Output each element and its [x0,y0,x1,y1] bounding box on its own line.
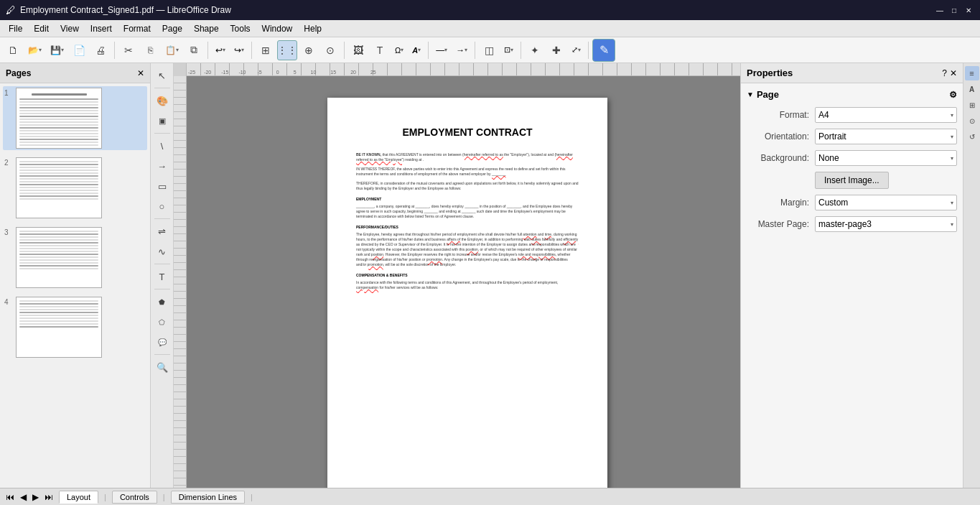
thumb-title-1 [32,93,87,96]
menu-shape[interactable]: Shape [188,22,225,35]
left-tools: ↖ 🎨 ▣ \ → ▭ ○ ⇌ ∿ T ⬟ ⬠ 💬 🔍 [151,63,174,488]
menu-tools[interactable]: Tools [225,22,256,35]
cut-button[interactable]: ✂ [118,40,139,60]
shapes-tool[interactable]: ⬟ [153,292,172,311]
undo-dropdown[interactable]: ↩▾ [212,40,229,60]
tab-controls[interactable]: Controls [112,491,157,504]
pages-list: 1 [0,83,150,488]
prop-format-select[interactable]: A4 ▾ [815,107,957,123]
page-thumb-4 [16,297,102,358]
menu-page[interactable]: Page [157,22,188,35]
doc-title: EMPLOYMENT CONTRACT [356,126,579,138]
connector-tool[interactable]: ⇌ [153,222,172,241]
open-dropdown[interactable]: 📂▾ [24,40,45,60]
properties-panel-button[interactable]: ≡ [965,66,979,80]
tab-dimension-lines[interactable]: Dimension Lines [171,491,245,504]
page-thumb-1 [16,88,102,149]
prop-master-page-row: Master Page: master-page3 ▾ [747,216,957,232]
line-dropdown[interactable]: —▾ [432,40,451,60]
canvas-wrapper[interactable]: -25 -20 -15 -10 -5 0 5 10 15 20 25 EMP [174,63,740,488]
page-item-4[interactable]: 4 [3,295,147,359]
paint-tool[interactable]: 🎨 [153,91,172,110]
points-button[interactable]: ✦ [525,40,545,60]
crop-dropdown[interactable]: ⊡▾ [500,40,517,60]
main-area: Pages ✕ 1 [0,63,980,488]
clone-button[interactable]: ⧉ [184,40,204,60]
pages-close-button[interactable]: ✕ [137,68,144,78]
fill-tool[interactable]: ▣ [153,111,172,130]
prop-master-page-select[interactable]: master-page3 ▾ [815,216,957,232]
export-pdf-button[interactable]: 📄 [69,40,89,60]
next-page-button[interactable]: ▶ [32,492,39,502]
active-tool-button[interactable]: ✎ [592,39,615,62]
select-tool[interactable]: ↖ [153,66,172,85]
last-page-button[interactable]: ⏭ [45,492,53,502]
title-bar-controls[interactable]: — □ ✕ [934,4,974,16]
minimize-button[interactable]: — [934,4,946,16]
properties-help-button[interactable]: ? [942,68,947,78]
menu-window[interactable]: Window [256,22,299,35]
rect-tool[interactable]: ▭ [153,177,172,195]
tab-layout[interactable]: Layout [59,491,98,504]
prop-orientation-select[interactable]: Portrait ▾ [815,129,957,144]
flowchart-tool[interactable]: ⬠ [153,312,172,331]
print-button[interactable]: 🖨 [90,40,111,60]
tool-sep-2 [154,133,170,134]
menu-help[interactable]: Help [298,22,327,35]
menu-format[interactable]: Format [118,22,157,35]
prop-background-label: Background: [747,153,815,163]
prev-page-button[interactable]: ◀ [20,492,27,502]
new-button[interactable]: 🗋 [3,40,23,60]
first-page-button[interactable]: ⏮ [6,492,14,502]
styles-panel-button[interactable]: A [965,82,979,96]
gallery-panel-button[interactable]: ⊞ [965,98,979,112]
prop-master-page-chevron: ▾ [951,221,953,228]
zoom-pan-button[interactable]: ⊕ [299,40,319,60]
grid-button[interactable]: ⊞ [256,40,276,60]
insert-image-button[interactable]: Insert Image... [815,172,889,189]
close-button[interactable]: ✕ [963,4,974,16]
menu-insert[interactable]: Insert [85,22,118,35]
toolbar: 🗋 📂▾ 💾▾ 📄 🖨 ✂ ⎘ 📋▾ ⧉ ↩▾ ↪▾ ⊞ ⋮⋮ ⊕ ⊙ 🖼 T … [0,37,980,63]
menu-file[interactable]: File [3,22,28,35]
save-dropdown[interactable]: 💾▾ [47,40,67,60]
arrow-tool[interactable]: → [153,157,172,175]
text-tool[interactable]: T [153,267,172,286]
reset-panel-button[interactable]: ↺ [965,129,979,144]
zoom-fit-button[interactable]: ⊙ [320,40,340,60]
insert-text-button[interactable]: T [370,40,390,60]
curve-tool[interactable]: ∿ [153,242,172,261]
menu-view[interactable]: View [55,22,85,35]
prop-settings-icon[interactable]: ⚙ [949,90,957,100]
properties-close-button[interactable]: ✕ [950,68,957,78]
properties-title: Properties [747,68,793,78]
redo-dropdown[interactable]: ↪▾ [230,40,248,60]
zoom-tool[interactable]: 🔍 [153,358,172,376]
toolbar-sep-8 [588,42,589,59]
glue-button[interactable]: ✚ [546,40,566,60]
snap-button[interactable]: ⋮⋮ [277,40,297,60]
navigator-button[interactable]: ⊙ [965,113,979,128]
callout-tool[interactable]: 💬 [153,333,172,351]
shadow-button[interactable]: ◫ [479,40,499,60]
copy-button[interactable]: ⎘ [140,40,160,60]
line-tool[interactable]: \ [153,136,172,155]
page-item-1[interactable]: 1 [3,86,147,150]
app-icon: 🖊 [6,4,16,16]
page-item-2[interactable]: 2 [3,156,147,220]
insert-image-tb-button[interactable]: 🖼 [348,40,368,60]
arrow-dropdown[interactable]: →▾ [452,40,471,60]
ellipse-tool[interactable]: ○ [153,197,172,216]
menu-edit[interactable]: Edit [28,22,55,35]
paste-dropdown[interactable]: 📋▾ [162,40,182,60]
special-char-dropdown[interactable]: Ω▾ [391,40,407,60]
tool-sep-6 [154,354,170,355]
transform-dropdown[interactable]: ⤢▾ [568,40,584,60]
page-item-3[interactable]: 3 [3,226,147,289]
page-area[interactable]: EMPLOYMENT CONTRACT BE IT KNOWN, that th… [187,76,740,488]
fontwork-dropdown[interactable]: A▾ [409,40,424,60]
prop-margin-row: Margin: Custom ▾ [747,195,957,210]
prop-margin-select[interactable]: Custom ▾ [815,195,957,210]
maximize-button[interactable]: □ [948,4,960,16]
prop-background-select[interactable]: None ▾ [815,150,957,166]
